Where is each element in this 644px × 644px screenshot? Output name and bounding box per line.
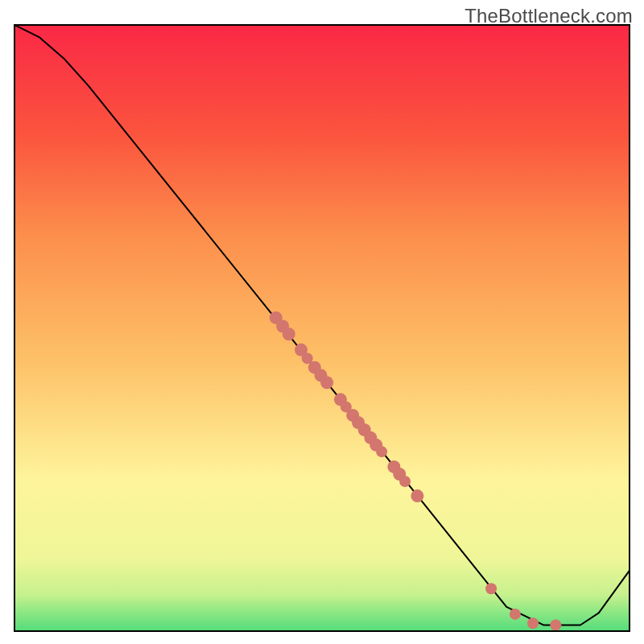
chart-svg: [14, 24, 630, 632]
curve-marker: [510, 609, 521, 620]
curve-marker: [283, 328, 295, 341]
curve-marker: [411, 489, 423, 502]
curve-marker: [485, 583, 497, 594]
curve-marker: [527, 617, 539, 629]
chart-background: [14, 25, 630, 631]
curve-marker: [320, 376, 333, 389]
chart-plot: [14, 24, 630, 632]
curve-marker: [376, 446, 387, 457]
watermark-text: TheBottleneck.com: [464, 5, 633, 27]
curve-marker: [399, 476, 411, 487]
curve-marker: [550, 619, 561, 630]
